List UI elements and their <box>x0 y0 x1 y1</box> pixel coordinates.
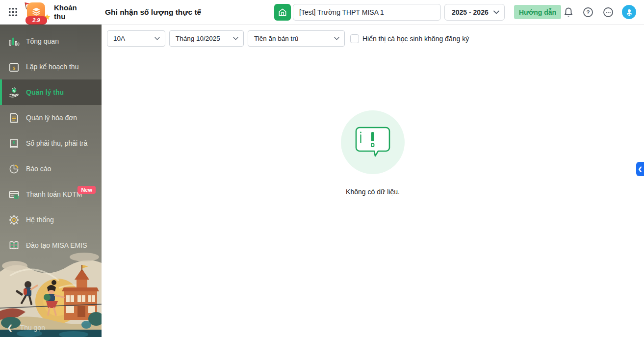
sidebar: Tổng quan $ Lập kế hoạch thu $ <box>0 25 102 337</box>
new-badge: New <box>77 186 96 194</box>
sidebar-item-label: Tổng quan <box>26 37 59 45</box>
svg-text:$: $ <box>12 65 15 70</box>
app-header: ★ 2.9 Khoản thu Ghi nhận số lượng thực t… <box>0 0 644 25</box>
svg-text:?: ? <box>586 9 590 15</box>
sidebar-item-bao-cao[interactable]: Báo cáo <box>0 156 102 181</box>
sidebar-item-so-phai-thu-phai-tra[interactable]: $ Sổ phải thu, phải trả <box>0 130 102 156</box>
more-options-icon[interactable] <box>602 6 614 18</box>
school-year-dropdown[interactable]: 2025 - 2026 <box>444 4 505 21</box>
sidebar-item-quan-ly-hoa-don[interactable]: Quản lý hóa đơn <box>0 105 102 130</box>
svg-text:$: $ <box>13 88 15 93</box>
app-title: Khoản thu <box>54 3 83 21</box>
ledger-icon: $ <box>8 137 20 149</box>
main-content: 10A Tháng 10/2025 Tiền ăn bán trú Hiển t… <box>102 25 644 337</box>
sidebar-item-dao-tao-misa-emis[interactable]: Đào tạo MISA EMIS <box>0 233 102 258</box>
empty-state-message: Không có dữ liệu. <box>341 188 405 196</box>
app-logo: ★ 2.9 <box>23 1 50 24</box>
sidebar-item-thanh-toan-kdtm[interactable]: Thanh toán KDTM New <box>0 181 102 207</box>
pie-chart-icon <box>8 163 20 175</box>
sidebar-nav: Tổng quan $ Lập kế hoạch thu $ <box>0 25 102 258</box>
sidebar-item-label: Thanh toán KDTM <box>26 190 82 198</box>
sidebar-item-label: Lập kế hoạch thu <box>26 63 78 71</box>
filter-bar: 10A Tháng 10/2025 Tiền ăn bán trú Hiển t… <box>102 25 644 47</box>
chevron-down-icon <box>493 10 499 14</box>
invoice-icon <box>8 112 20 124</box>
version-badge: 2.9 <box>26 16 47 24</box>
chevron-down-icon <box>334 37 339 40</box>
guide-button[interactable]: Hướng dẫn <box>514 5 561 19</box>
school-selector-value[interactable]: [Test] Trường THPT MISA 1 <box>293 4 441 21</box>
sidebar-item-label: Hệ thống <box>26 216 54 224</box>
sidebar-item-lap-ke-hoach-thu[interactable]: $ Lập kế hoạch thu <box>0 54 102 79</box>
notification-bell-icon[interactable] <box>563 6 574 18</box>
chevron-left-icon: ❮ <box>7 323 13 332</box>
svg-text:$: $ <box>12 140 15 145</box>
user-avatar[interactable] <box>622 5 636 19</box>
class-filter-dropdown[interactable]: 10A <box>107 30 165 47</box>
bar-chart-icon <box>8 35 20 47</box>
show-unregistered-checkbox-row[interactable]: Hiển thị cả học sinh không đăng ký <box>350 34 469 43</box>
sidebar-item-label: Đào tạo MISA EMIS <box>26 241 87 249</box>
gear-icon <box>8 214 20 226</box>
collapse-label: Thu gọn <box>20 324 45 332</box>
no-data-bubble-icon <box>355 126 391 159</box>
school-selector[interactable]: [Test] Trường THPT MISA 1 <box>274 4 441 21</box>
checkbox-unchecked[interactable] <box>350 34 359 43</box>
month-filter-dropdown[interactable]: Tháng 10/2025 <box>169 30 244 47</box>
checkbox-label: Hiển thị cả học sinh không đăng ký <box>362 35 469 43</box>
open-book-icon <box>8 239 20 251</box>
chevron-down-icon <box>233 37 238 40</box>
empty-state-circle <box>341 110 405 174</box>
sidebar-item-quan-ly-thu[interactable]: $ Quản lý thu <box>0 79 102 105</box>
chevron-left-icon: ❮ <box>638 166 642 172</box>
page-title: Ghi nhận số lượng thực tế <box>105 8 201 17</box>
fee-filter-dropdown[interactable]: Tiền ăn bán trú <box>248 30 345 47</box>
sidebar-collapse-button[interactable]: ❮ Thu gọn <box>7 323 45 332</box>
sidebar-item-he-thong[interactable]: Hệ thống <box>0 207 102 233</box>
home-icon <box>274 4 291 21</box>
sidebar-item-label: Sổ phải thu, phải trả <box>26 139 87 147</box>
chevron-down-icon <box>155 37 160 40</box>
sidebar-item-tong-quan[interactable]: Tổng quan <box>0 28 102 54</box>
calendar-dollar-icon: $ <box>8 61 20 73</box>
help-icon[interactable]: ? <box>582 6 594 18</box>
empty-state: Không có dữ liệu. <box>341 110 405 196</box>
app-grid-icon[interactable] <box>7 6 19 18</box>
card-payment-icon <box>8 188 20 200</box>
sidebar-item-label: Báo cáo <box>26 165 51 173</box>
hand-coin-icon: $ <box>8 86 20 98</box>
sidebar-item-label: Quản lý hóa đơn <box>26 114 77 122</box>
right-panel-toggle[interactable]: ❮ <box>636 162 644 176</box>
sidebar-item-label: Quản lý thu <box>26 88 64 96</box>
